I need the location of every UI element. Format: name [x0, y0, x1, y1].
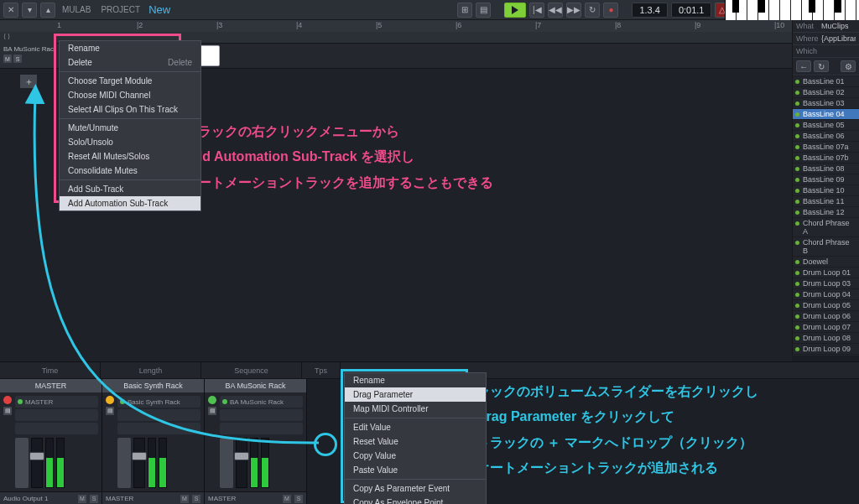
browser-item[interactable]: Drum Loop 09 [793, 343, 859, 354]
ctx-choose-midi-channel[interactable]: Choose MIDI Channel [60, 88, 200, 102]
browser-item[interactable]: Drum Loop 05 [793, 299, 859, 310]
info-sequence: Sequence [201, 362, 302, 378]
ctx-delete[interactable]: DeleteDelete [60, 55, 200, 70]
browser-item[interactable]: BassLine 11 [793, 195, 859, 206]
timeline-ruler[interactable]: 1|2|3|4|5|6|7|8|9|10 [0, 20, 792, 32]
rack-solo[interactable]: S [294, 495, 303, 503]
browser-back-icon[interactable]: ← [796, 60, 811, 72]
rack-slot[interactable] [220, 409, 303, 421]
rack-slot[interactable] [220, 423, 303, 434]
browser-item[interactable]: BassLine 12 [793, 206, 859, 217]
ctx-reset-mutes-solos[interactable]: Reset All Mutes/Solos [60, 149, 200, 164]
browser-refresh-icon[interactable]: ↻ [814, 60, 829, 72]
rack-solo[interactable]: S [90, 495, 98, 503]
browser-item[interactable]: Drum Loop 08 [793, 332, 859, 343]
ctx-mute-unmute[interactable]: Mute/Unmute [60, 121, 200, 135]
ctx-rename-2[interactable]: Rename [345, 373, 486, 387]
browser-list[interactable]: BassLine 01BassLine 02BassLine 03BassLin… [793, 75, 859, 356]
rack-mute[interactable]: M [283, 495, 291, 503]
up-button[interactable]: ▴ [40, 3, 55, 18]
grid-icon[interactable]: ⊞ [457, 3, 472, 18]
pan-knob[interactable] [15, 438, 29, 488]
browser-what[interactable]: MuClips [821, 22, 849, 30]
rewind-start-button[interactable]: |◀ [529, 3, 544, 18]
ctx-solo-unsolo[interactable]: Solo/Unsolo [60, 135, 200, 149]
add-track-button[interactable]: ＋ [20, 75, 37, 88]
project-name[interactable]: New [148, 3, 170, 16]
keyboard-icon[interactable] [725, 0, 859, 20]
volume-fader[interactable] [133, 438, 145, 488]
ctx-add-sub-track[interactable]: Add Sub-Track [60, 182, 200, 196]
pan-knob[interactable] [220, 438, 233, 488]
close-button[interactable]: ✕ [3, 3, 18, 18]
browser-item[interactable]: Chord Phrase B [793, 236, 859, 256]
ctx-add-automation-sub-track[interactable]: Add Automation Sub-Track [60, 196, 200, 210]
rack-slot[interactable]: BA MuSonic Rack [220, 396, 303, 408]
rack-option-icon[interactable]: ▤ [106, 407, 114, 415]
down-button[interactable]: ▾ [22, 3, 37, 18]
time-display[interactable]: 0:01.1 [671, 3, 712, 18]
ctx-consolidate-mutes[interactable]: Consolidate Mutes [60, 164, 200, 178]
browser-item[interactable]: Drum Loop 01 [793, 267, 859, 278]
ctx-copy-param-event[interactable]: Copy As Parameter Event [345, 481, 486, 496]
ctx-choose-target-module[interactable]: Choose Target Module [60, 74, 200, 88]
rack-mute[interactable]: M [180, 495, 189, 503]
ctx-rename[interactable]: Rename [60, 41, 200, 55]
rack-mute[interactable]: M [78, 495, 86, 503]
browser-item[interactable]: BassLine 05 [793, 119, 859, 130]
rack-output[interactable]: MASTER [208, 495, 236, 502]
rack-slot[interactable] [15, 423, 98, 434]
rack-slot[interactable] [117, 423, 200, 434]
browser-gear-icon[interactable]: ⚙ [841, 60, 856, 72]
browser-item[interactable]: BassLine 07b [793, 152, 859, 163]
browser-item[interactable]: Chord Phrase A [793, 217, 859, 236]
browser-item[interactable]: BassLine 01 [793, 75, 859, 86]
rack-slot[interactable]: MASTER [15, 396, 98, 408]
ctx-edit-value[interactable]: Edit Value [345, 420, 486, 434]
rack-slot[interactable] [117, 409, 200, 421]
rack-option-icon[interactable]: ▤ [3, 407, 12, 415]
solo-button[interactable]: S [13, 55, 22, 63]
rack-slot[interactable]: Basic Synth Rack [117, 396, 200, 408]
browser-item[interactable]: Drum Loop 03 [793, 278, 859, 288]
rack-slot[interactable] [15, 409, 98, 421]
rack-option-icon[interactable]: ▤ [208, 407, 216, 415]
browser-item[interactable]: Drum Loop 10 [793, 354, 859, 356]
pan-knob[interactable] [117, 438, 131, 488]
led-icon [3, 396, 12, 404]
record-button[interactable]: ● [603, 3, 618, 18]
position-display[interactable]: 1.3.4 [632, 3, 667, 18]
ctx-reset-value[interactable]: Reset Value [345, 434, 486, 449]
ctx-map-midi[interactable]: Map MIDI Controller [345, 402, 486, 416]
forward-button[interactable]: ▶▶ [566, 3, 581, 18]
volume-fader[interactable] [31, 438, 43, 488]
rack-output[interactable]: MASTER [106, 495, 133, 502]
browser-item[interactable]: Drum Loop 07 [793, 321, 859, 332]
browser-item[interactable]: Drum Loop 04 [793, 288, 859, 299]
ctx-copy-envelope-point[interactable]: Copy As Envelope Point [345, 496, 486, 504]
browser-where[interactable]: {AppLibrary}/Mu [821, 34, 856, 43]
track-header[interactable]: BA MuSonic Rack M S [0, 44, 57, 68]
rack-output[interactable]: Audio Output 1 [3, 495, 48, 502]
rack-solo[interactable]: S [192, 495, 200, 503]
volume-fader[interactable] [236, 438, 247, 488]
browser-item[interactable]: BassLine 02 [793, 86, 859, 97]
browser-item[interactable]: BassLine 04 [793, 108, 859, 119]
rewind-button[interactable]: ◀◀ [548, 3, 563, 18]
loop-button[interactable]: ↻ [585, 3, 600, 18]
mute-button[interactable]: M [3, 55, 12, 63]
ctx-select-all-clips[interactable]: Select All Clips On This Track [60, 102, 200, 117]
browser-item[interactable]: Drum Loop 06 [793, 310, 859, 321]
browser-item[interactable]: BassLine 03 [793, 97, 859, 108]
browser-item[interactable]: Doewel [793, 256, 859, 267]
ctx-drag-parameter[interactable]: Drag Parameter [345, 387, 486, 402]
browser-item[interactable]: BassLine 06 [793, 130, 859, 141]
play-button[interactable] [504, 3, 526, 18]
browser-item[interactable]: BassLine 10 [793, 184, 859, 195]
browser-item[interactable]: BassLine 07a [793, 141, 859, 152]
browser-item[interactable]: BassLine 09 [793, 174, 859, 184]
ctx-paste-value[interactable]: Paste Value [345, 463, 486, 477]
list-icon[interactable]: ▤ [476, 3, 491, 18]
ctx-copy-value[interactable]: Copy Value [345, 449, 486, 463]
browser-item[interactable]: BassLine 08 [793, 163, 859, 174]
